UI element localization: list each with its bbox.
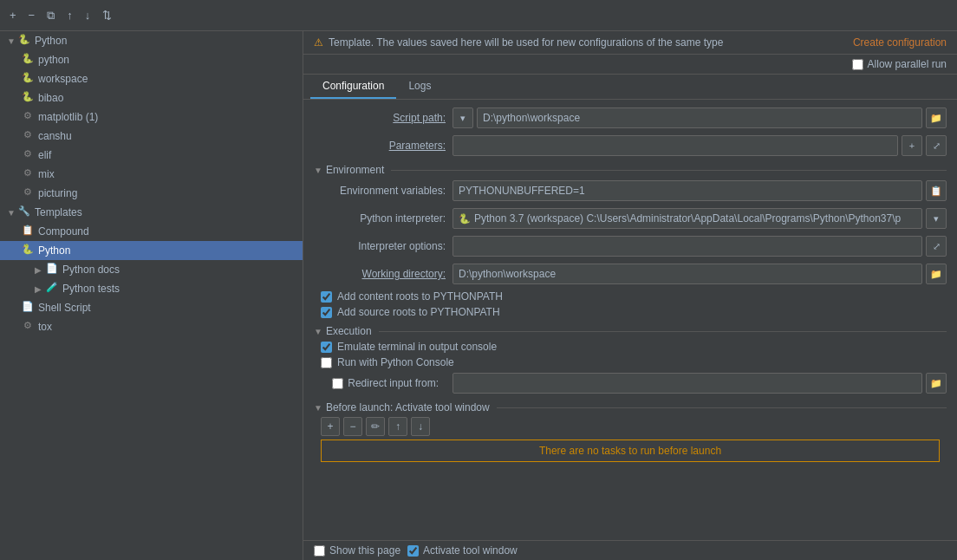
script-path-dropdown[interactable]: ▾ bbox=[452, 107, 473, 128]
copy-button[interactable]: ⧉ bbox=[42, 6, 59, 25]
add-source-label[interactable]: Add source roots to PYTHONPATH bbox=[337, 306, 500, 318]
tab-logs[interactable]: Logs bbox=[396, 75, 443, 99]
tree-templates-root[interactable]: ▼ 🔧 Templates bbox=[0, 203, 303, 222]
tab-configuration[interactable]: Configuration bbox=[310, 75, 396, 99]
parameters-expand[interactable]: ⤢ bbox=[926, 135, 947, 156]
tree-item-picturing[interactable]: ⚙ picturing bbox=[0, 184, 303, 203]
interp-options-label: Interpreter options: bbox=[314, 240, 452, 252]
move-down-button[interactable]: ↓ bbox=[81, 6, 95, 24]
working-dir-input[interactable] bbox=[452, 264, 922, 284]
add-button[interactable]: + bbox=[5, 6, 21, 24]
workspace-icon: 🐍 bbox=[21, 72, 35, 86]
env-vars-input[interactable] bbox=[452, 180, 922, 201]
interp-options-expand[interactable]: ⤢ bbox=[926, 236, 947, 257]
bibao-icon: 🐍 bbox=[21, 91, 35, 105]
emulate-terminal-row: Emulate terminal in output console bbox=[314, 341, 947, 353]
execution-arrow[interactable]: ▼ bbox=[314, 327, 322, 336]
tree-root-python[interactable]: ▼ 🐍 Python bbox=[0, 31, 303, 50]
interp-options-input[interactable] bbox=[452, 236, 922, 257]
shell-icon: 📄 bbox=[21, 301, 35, 315]
move-up-button[interactable]: ↑ bbox=[62, 6, 77, 24]
sort-button[interactable]: ⇅ bbox=[98, 6, 116, 24]
environment-arrow[interactable]: ▼ bbox=[314, 166, 322, 175]
toolbar: + − ⧉ ↑ ↓ ⇅ bbox=[0, 0, 957, 31]
redirect-input-browse[interactable]: 📁 bbox=[926, 373, 947, 394]
no-tasks-box: There are no tasks to run before launch bbox=[321, 440, 940, 462]
environment-label: Environment bbox=[326, 164, 384, 176]
python-interp-dropdown[interactable]: ▾ bbox=[926, 208, 947, 229]
redirect-input-label[interactable]: Redirect input from: bbox=[348, 377, 446, 389]
tree-item-label: tox bbox=[38, 321, 52, 333]
tree-item-bibao[interactable]: 🐍 bibao bbox=[0, 88, 303, 107]
emulate-terminal-checkbox[interactable] bbox=[321, 342, 332, 353]
script-path-input[interactable] bbox=[477, 107, 922, 128]
env-vars-edit[interactable]: 📋 bbox=[926, 180, 947, 201]
redirect-input-field[interactable] bbox=[452, 373, 922, 394]
before-launch-arrow[interactable]: ▼ bbox=[314, 403, 322, 413]
tree-item-compound[interactable]: 📋 Compound bbox=[0, 222, 303, 241]
activate-tool-text: Activate tool window bbox=[423, 544, 518, 557]
tree-item-python-tests[interactable]: ▶ 🧪 Python tests bbox=[0, 279, 303, 298]
show-page-label[interactable]: Show this page bbox=[314, 544, 400, 557]
show-page-checkbox[interactable] bbox=[314, 545, 325, 557]
add-source-checkbox[interactable] bbox=[321, 307, 332, 318]
tree-templates-label: Templates bbox=[35, 206, 82, 218]
python-tests-icon: 🧪 bbox=[45, 282, 59, 296]
tree-item-label: Python tests bbox=[62, 283, 120, 295]
execution-line bbox=[379, 331, 947, 332]
left-panel: ▼ 🐍 Python 🐍 python 🐍 workspace 🐍 bibao … bbox=[0, 31, 303, 560]
working-dir-label: Working directory: bbox=[314, 268, 452, 280]
tree-item-python-template[interactable]: 🐍 Python bbox=[0, 241, 303, 260]
add-content-label[interactable]: Add content roots to PYTHONPATH bbox=[337, 290, 503, 303]
run-python-console-checkbox[interactable] bbox=[321, 357, 332, 368]
parameters-label: Parameters: bbox=[314, 140, 452, 152]
tree-item-label: Python docs bbox=[62, 264, 120, 276]
parameters-add[interactable]: + bbox=[902, 135, 922, 156]
tree-item-label: canshu bbox=[38, 130, 72, 142]
execution-label: Execution bbox=[326, 325, 372, 337]
run-python-console-label[interactable]: Run with Python Console bbox=[337, 356, 454, 368]
allow-parallel-label[interactable]: Allow parallel run bbox=[852, 58, 947, 70]
add-content-checkbox[interactable] bbox=[321, 291, 332, 303]
tree-item-workspace[interactable]: 🐍 workspace bbox=[0, 69, 303, 88]
before-launch-remove[interactable]: − bbox=[343, 417, 362, 436]
before-launch-label: Before launch: Activate tool window bbox=[326, 401, 490, 413]
tree-item-matplotlib[interactable]: ⚙ matplotlib (1) bbox=[0, 107, 303, 127]
tree-item-python[interactable]: 🐍 python bbox=[0, 50, 303, 69]
parameters-input[interactable] bbox=[452, 135, 898, 156]
working-dir-wrap: 📁 bbox=[452, 264, 947, 284]
tree-item-tox[interactable]: ⚙ tox bbox=[0, 317, 303, 336]
main-container: ▼ 🐍 Python 🐍 python 🐍 workspace 🐍 bibao … bbox=[0, 31, 957, 560]
before-launch-up[interactable]: ↑ bbox=[388, 417, 407, 436]
before-launch-add[interactable]: + bbox=[321, 417, 340, 436]
allow-parallel-checkbox[interactable] bbox=[852, 59, 863, 70]
python-interp-wrap: 🐍 Python 3.7 (workspace) C:\Users\Admini… bbox=[452, 208, 947, 229]
add-content-row: Add content roots to PYTHONPATH bbox=[314, 290, 947, 303]
tree-item-mix[interactable]: ⚙ mix bbox=[0, 165, 303, 184]
python-template-icon: 🐍 bbox=[21, 244, 35, 257]
python-interp-label: Python interpreter: bbox=[314, 212, 452, 225]
script-path-browse[interactable]: 📁 bbox=[926, 107, 947, 128]
create-configuration-link[interactable]: Create configuration bbox=[853, 36, 947, 49]
compound-icon: 📋 bbox=[21, 225, 35, 238]
interp-options-wrap: ⤢ bbox=[452, 236, 947, 257]
script-path-wrap: ▾ 📁 bbox=[452, 107, 947, 128]
remove-button[interactable]: − bbox=[24, 6, 40, 24]
activate-tool-checkbox[interactable] bbox=[407, 545, 419, 557]
activate-tool-label[interactable]: Activate tool window bbox=[407, 544, 518, 557]
redirect-input-checkbox[interactable] bbox=[332, 378, 343, 389]
tree-item-label: matplotlib (1) bbox=[38, 111, 98, 123]
tree-item-canshu[interactable]: ⚙ canshu bbox=[0, 127, 303, 146]
before-launch-down[interactable]: ↓ bbox=[411, 417, 430, 436]
tabs-row: Configuration Logs bbox=[303, 75, 957, 100]
elif-icon: ⚙ bbox=[21, 148, 35, 162]
tree-item-elif[interactable]: ⚙ elif bbox=[0, 146, 303, 165]
working-dir-browse[interactable]: 📁 bbox=[926, 264, 947, 284]
tree-item-python-docs[interactable]: ▶ 📄 Python docs bbox=[0, 260, 303, 279]
mix-icon: ⚙ bbox=[21, 167, 35, 181]
before-launch-edit[interactable]: ✏ bbox=[366, 417, 385, 436]
emulate-terminal-label[interactable]: Emulate terminal in output console bbox=[337, 341, 497, 353]
redirect-input-row: Redirect input from: 📁 bbox=[314, 372, 947, 394]
bottom-bar: Show this page Activate tool window bbox=[303, 540, 957, 560]
tree-item-shell-script[interactable]: 📄 Shell Script bbox=[0, 298, 303, 317]
